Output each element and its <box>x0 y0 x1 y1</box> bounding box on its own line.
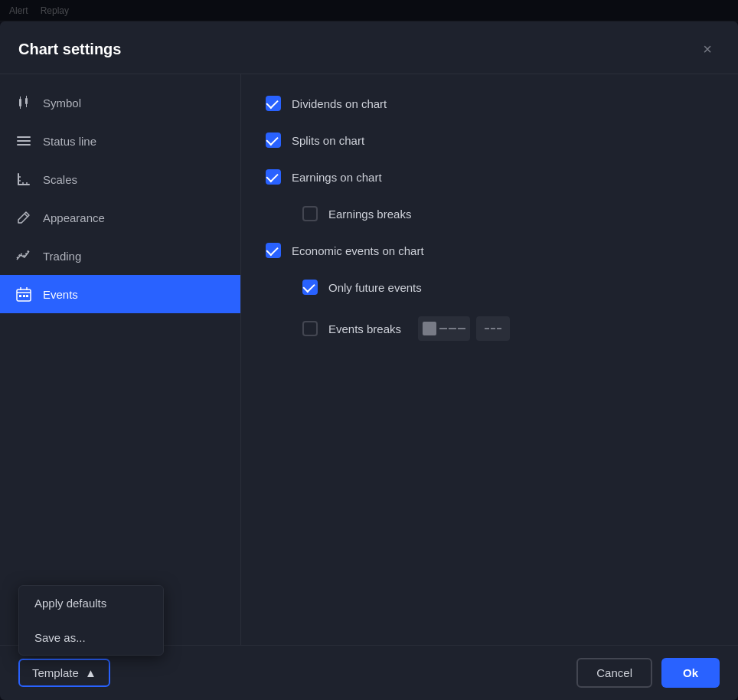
splits-checkbox[interactable] <box>266 132 281 148</box>
svg-rect-6 <box>17 136 31 138</box>
sidebar-item-events[interactable]: Events <box>0 275 240 313</box>
svg-line-15 <box>24 214 28 217</box>
only-future-checkbox[interactable] <box>302 280 318 295</box>
content-area: Dividends on chart Splits on chart Earni… <box>241 74 738 645</box>
sidebar-item-symbol[interactable]: Symbol <box>0 83 240 122</box>
modal-overlay: Chart settings × <box>0 0 738 700</box>
chevron-up-icon: ▲ <box>85 666 96 679</box>
sidebar-item-appearance[interactable]: Appearance <box>0 198 240 237</box>
trading-icon <box>15 247 32 264</box>
sidebar-trading-label: Trading <box>43 250 81 263</box>
sidebar-scales-label: Scales <box>43 173 77 186</box>
svg-rect-20 <box>19 295 21 297</box>
chart-settings-dialog: Chart settings × <box>0 21 738 700</box>
dashes-sm <box>485 328 501 329</box>
svg-rect-5 <box>26 104 27 107</box>
svg-rect-0 <box>19 99 21 106</box>
calendar-icon <box>15 286 32 303</box>
sidebar-symbol-label: Symbol <box>43 96 81 110</box>
template-button[interactable]: Template ▲ <box>18 659 110 687</box>
earnings-row: Earnings on chart <box>266 169 714 185</box>
svg-rect-4 <box>26 96 27 98</box>
only-future-label: Only future events <box>328 281 422 294</box>
economic-events-label: Economic events on chart <box>292 244 424 257</box>
sidebar-item-scales[interactable]: Scales <box>0 160 240 198</box>
dividends-label: Dividends on chart <box>292 97 387 110</box>
svg-rect-2 <box>20 106 21 109</box>
dialog-footer: Template ▲ Apply defaults Save as... Can… <box>0 645 738 700</box>
apply-defaults-item[interactable]: Apply defaults <box>19 586 163 620</box>
template-label: Template <box>32 666 79 679</box>
events-breaks-checkbox[interactable] <box>302 321 318 336</box>
svg-rect-7 <box>17 140 31 142</box>
only-future-row: Only future events <box>302 280 714 295</box>
svg-rect-21 <box>23 295 25 297</box>
splits-row: Splits on chart <box>266 132 714 148</box>
sidebar: Symbol Status line <box>0 74 241 645</box>
color-box <box>423 322 436 335</box>
earnings-label: Earnings on chart <box>292 171 382 184</box>
svg-rect-8 <box>17 144 31 146</box>
earnings-breaks-row: Earnings breaks <box>302 206 714 221</box>
close-button[interactable]: × <box>695 37 720 61</box>
scales-icon <box>15 171 32 188</box>
dashes <box>439 328 465 329</box>
sidebar-events-label: Events <box>43 288 78 301</box>
events-breaks-row: Events breaks <box>302 316 714 341</box>
line-color-swatch[interactable] <box>418 316 470 341</box>
dialog-body: Symbol Status line <box>0 74 738 645</box>
sidebar-item-status-line[interactable]: Status line <box>0 122 240 160</box>
earnings-checkbox[interactable] <box>266 169 281 185</box>
sidebar-item-trading[interactable]: Trading <box>0 237 240 275</box>
candlestick-icon <box>15 94 32 111</box>
pencil-icon <box>15 209 32 226</box>
dialog-header: Chart settings × <box>0 21 738 74</box>
cancel-button[interactable]: Cancel <box>576 658 652 688</box>
dialog-title: Chart settings <box>18 41 121 58</box>
economic-events-row: Economic events on chart <box>266 243 714 258</box>
sidebar-appearance-label: Appearance <box>43 211 105 224</box>
dividends-row: Dividends on chart <box>266 96 714 111</box>
dividends-checkbox[interactable] <box>266 96 281 111</box>
economic-events-checkbox[interactable] <box>266 243 281 258</box>
events-breaks-label: Events breaks <box>328 322 401 335</box>
sidebar-status-label: Status line <box>43 135 96 148</box>
save-as-item[interactable]: Save as... <box>19 620 163 655</box>
svg-rect-3 <box>25 98 28 104</box>
earnings-breaks-label: Earnings breaks <box>328 208 411 221</box>
svg-rect-1 <box>20 96 21 99</box>
earnings-breaks-checkbox[interactable] <box>302 206 318 221</box>
template-dropdown: Apply defaults Save as... <box>18 585 164 656</box>
line-style-controls <box>418 316 510 341</box>
footer-right: Cancel Ok <box>576 658 720 688</box>
lines-icon <box>15 132 32 149</box>
ok-button[interactable]: Ok <box>661 658 720 688</box>
svg-rect-22 <box>26 295 28 297</box>
line-width-swatch[interactable] <box>476 316 510 341</box>
splits-label: Splits on chart <box>292 134 364 147</box>
